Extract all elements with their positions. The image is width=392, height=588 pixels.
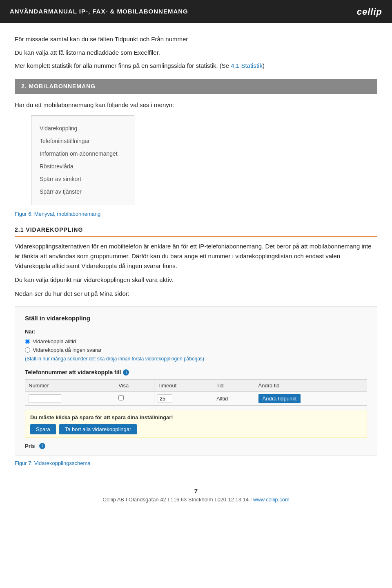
figure6-caption: Figur 6: Menyval, mobilabonnemang: [15, 210, 377, 218]
screenshot-title: Ställ in vidarekoppling: [25, 314, 367, 323]
radio-ingen-svarar[interactable]: [25, 347, 30, 353]
section2-header: 2. MOBILABONNEMANG: [15, 79, 377, 94]
intro-para-1: För missade samtal kan du se fälten Tidp…: [15, 35, 377, 44]
menu-box: Vidarekoppling Telefoniinställningar Inf…: [31, 115, 134, 205]
section21-para-2: Du kan välja tidpunkt när vidarekoppling…: [15, 275, 377, 285]
section21-para-1: Vidarekopplingsalternativen för en mobil…: [15, 241, 377, 271]
radio-alltid[interactable]: [25, 339, 30, 344]
section21-para-3: Nedan ser du hur det ser ut på Mina sido…: [15, 289, 377, 299]
footer-company: Cellip AB I Ölandsgatan 42 I 116 63 Stoc…: [102, 496, 289, 504]
visa-checkbox[interactable]: [118, 395, 124, 400]
page-header: ANVÄNDARMANUAL IP-, FAX- & MOBILABONNEMA…: [0, 0, 392, 23]
col-nummer: Nummer: [25, 379, 115, 392]
tabort-button[interactable]: Ta bort alla vidarekopplingar: [59, 424, 137, 434]
cellip-logo: cellip: [357, 5, 382, 18]
spara-button[interactable]: Spara: [30, 424, 56, 434]
cell-timeout: [154, 392, 213, 406]
col-timeout: Timeout: [154, 379, 213, 392]
col-andra-tid: Ändra tid: [255, 379, 367, 392]
timeout-input[interactable]: [158, 394, 172, 403]
table-row: Alltid Ändra tidpunkt: [25, 392, 367, 406]
andra-tidpunkt-button[interactable]: Ändra tidpunkt: [258, 394, 301, 403]
intro-para-3: Mer komplett statistik för alla nummer f…: [15, 61, 377, 71]
table-section-title: Telefonnummer att vidarekoppla till: [25, 368, 121, 377]
website-link[interactable]: www.cellip.com: [253, 496, 290, 503]
section21-header: 2.1 VIDAREKOPPLING: [15, 226, 377, 237]
pris-info-icon[interactable]: i: [39, 443, 45, 449]
figure7-caption: Figur 7: Vidarekopplingsschema: [15, 459, 377, 467]
vidarekoppling-table: Nummer Visa Timeout Tid Ändra tid: [25, 379, 367, 406]
col-visa: Visa: [115, 379, 154, 392]
cell-tid: Alltid: [213, 392, 255, 406]
menu-item-telefoniinstallningar: Telefoniinställningar: [40, 135, 118, 148]
radio-ingen-label: Vidarekoppla då ingen svarar: [33, 346, 102, 354]
radio-label: När:: [25, 328, 367, 336]
warning-text: Du måste klicka på spara för att spara d…: [30, 414, 173, 420]
pris-label: Pris: [25, 442, 35, 450]
menu-item-sparr-simkort: Spärr av simkort: [40, 173, 118, 186]
radio-row-alltid[interactable]: Vidarekoppla alltid: [25, 338, 367, 346]
warning-box: Du måste klicka på spara för att spara d…: [25, 410, 367, 438]
table-header: Nummer Visa Timeout Tid Ändra tid: [25, 379, 367, 392]
radio-alltid-label: Vidarekoppla alltid: [33, 338, 76, 346]
cell-visa: [115, 392, 154, 406]
info-icon[interactable]: i: [123, 369, 129, 376]
main-content: För missade samtal kan du se fälten Tidp…: [0, 23, 392, 467]
page-number: 7: [102, 487, 289, 496]
cell-andra-tid: Ändra tidpunkt: [255, 392, 367, 406]
nummer-input[interactable]: [29, 394, 61, 403]
table-section: Telefonnummer att vidarekoppla till i Nu…: [25, 368, 367, 406]
radio-note: (Ställ in hur många sekunder det ska drö…: [25, 355, 367, 362]
menu-item-information: Information om abonnemanget: [40, 148, 118, 160]
table-header-row: Telefonnummer att vidarekoppla till i: [25, 368, 367, 377]
screenshot-box: Ställ in vidarekoppling När: Vidarekoppl…: [15, 306, 377, 456]
page-footer: 7 Cellip AB I Ölandsgatan 42 I 116 63 St…: [0, 480, 392, 510]
menu-item-sparr-tjanster: Spärr av tjänster: [40, 186, 118, 198]
intro-para-3-text: Mer komplett statistik för alla nummer f…: [15, 62, 231, 69]
footer-center: 7 Cellip AB I Ölandsgatan 42 I 116 63 St…: [102, 487, 289, 504]
section2-label: 2. MOBILABONNEMANG: [21, 83, 96, 89]
menu-item-vidarekoppling: Vidarekoppling: [40, 122, 118, 135]
statistik-link[interactable]: 4.1 Statistik: [231, 62, 263, 69]
menu-item-rostbrevlada: Röstbrevlåda: [40, 160, 118, 173]
radio-row-ingens[interactable]: Vidarekoppla då ingen svarar: [25, 346, 367, 354]
btn-row: Spara Ta bort alla vidarekopplingar: [30, 424, 362, 434]
col-tid: Tid: [213, 379, 255, 392]
header-title: ANVÄNDARMANUAL IP-, FAX- & MOBILABONNEMA…: [10, 7, 188, 16]
section2-intro: Har du ett mobilabonnemang kan följande …: [15, 101, 377, 110]
pris-row: Pris i: [25, 442, 367, 450]
cell-nummer: [25, 392, 115, 406]
company-info: Cellip AB I Ölandsgatan 42 I 116 63 Stoc…: [102, 496, 252, 503]
radio-section: När: Vidarekoppla alltid Vidarekoppla då…: [25, 328, 367, 362]
intro-para-2: Du kan välja att få listorna nedladdade …: [15, 48, 377, 58]
